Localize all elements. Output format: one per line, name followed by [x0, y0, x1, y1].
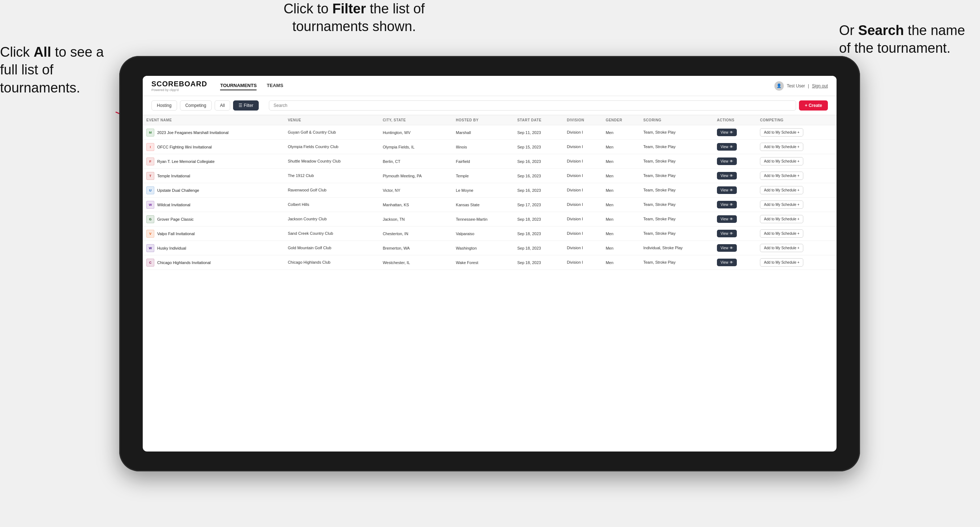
- add-schedule-button[interactable]: Add to My Schedule +: [760, 200, 803, 209]
- view-label: View: [721, 145, 729, 149]
- cell-division: Division I: [563, 241, 602, 256]
- cell-scoring: Team, Stroke Play: [640, 125, 713, 140]
- create-button[interactable]: + Create: [799, 100, 828, 111]
- cell-actions: View 👁: [713, 198, 756, 212]
- annotation-left: Click All to see a full list of tourname…: [0, 43, 123, 97]
- cell-venue: Shuttle Meadow Country Club: [284, 154, 379, 169]
- cell-city-state: Chesterton, IN: [379, 227, 452, 241]
- cell-gender: Men: [602, 256, 640, 270]
- cell-start-date: Sep 18, 2023: [514, 212, 563, 227]
- cell-actions: View 👁: [713, 140, 756, 154]
- view-button[interactable]: View 👁: [717, 201, 737, 208]
- cell-hosted-by: Marshall: [452, 125, 514, 140]
- add-schedule-label: Add to My Schedule +: [764, 217, 799, 221]
- competing-filter-btn[interactable]: Competing: [180, 100, 212, 111]
- table-row: W Husky Individual Gold Mountain Golf Cl…: [143, 241, 837, 256]
- cell-competing: Add to My Schedule +: [756, 227, 837, 241]
- add-schedule-button[interactable]: Add to My Schedule +: [760, 171, 803, 180]
- nav-tab-tournaments[interactable]: TOURNAMENTS: [220, 81, 256, 90]
- cell-event-name: V Valpo Fall Invitational: [143, 227, 284, 241]
- add-schedule-label: Add to My Schedule +: [764, 232, 799, 235]
- table-row: I OFCC Fighting Illini Invitational Olym…: [143, 140, 837, 154]
- filter-icon: ☰: [239, 103, 243, 108]
- cell-hosted-by: Washington: [452, 241, 514, 256]
- cell-venue: Colbert Hills: [284, 198, 379, 212]
- event-name-text: Chicago Highlands Invitational: [157, 260, 211, 265]
- view-label: View: [721, 217, 729, 221]
- cell-scoring: Team, Stroke Play: [640, 227, 713, 241]
- cell-division: Division I: [563, 140, 602, 154]
- col-hosted-by: HOSTED BY: [452, 115, 514, 125]
- view-button[interactable]: View 👁: [717, 186, 737, 194]
- eye-icon: 👁: [730, 145, 733, 149]
- add-schedule-button[interactable]: Add to My Schedule +: [760, 143, 803, 151]
- search-input[interactable]: [269, 100, 796, 111]
- add-schedule-label: Add to My Schedule +: [764, 188, 799, 192]
- cell-event-name: T Temple Invitational: [143, 169, 284, 183]
- cell-division: Division I: [563, 154, 602, 169]
- col-event-name: EVENT NAME: [143, 115, 284, 125]
- add-schedule-button[interactable]: Add to My Schedule +: [760, 244, 803, 252]
- view-label: View: [721, 174, 729, 178]
- sign-out-link[interactable]: Sign out: [812, 83, 828, 89]
- cell-division: Division I: [563, 212, 602, 227]
- eye-icon: 👁: [730, 130, 733, 134]
- add-schedule-button[interactable]: Add to My Schedule +: [760, 186, 803, 194]
- cell-venue: Guyan Golf & Country Club: [284, 125, 379, 140]
- cell-division: Division I: [563, 198, 602, 212]
- view-button[interactable]: View 👁: [717, 215, 737, 223]
- cell-start-date: Sep 16, 2023: [514, 183, 563, 198]
- view-button[interactable]: View 👁: [717, 157, 737, 165]
- nav-tab-teams[interactable]: TEAMS: [267, 81, 283, 90]
- view-label: View: [721, 188, 729, 192]
- view-button[interactable]: View 👁: [717, 129, 737, 136]
- cell-city-state: Olympia Fields, IL: [379, 140, 452, 154]
- cell-actions: View 👁: [713, 241, 756, 256]
- cell-competing: Add to My Schedule +: [756, 198, 837, 212]
- cell-scoring: Team, Stroke Play: [640, 212, 713, 227]
- col-city-state: CITY, STATE: [379, 115, 452, 125]
- filter-toggle-btn[interactable]: ☰ Filter: [233, 100, 259, 111]
- view-label: View: [721, 130, 729, 134]
- add-schedule-button[interactable]: Add to My Schedule +: [760, 258, 803, 267]
- table-container: EVENT NAME VENUE CITY, STATE HOSTED BY S…: [143, 115, 837, 451]
- add-schedule-button[interactable]: Add to My Schedule +: [760, 157, 803, 165]
- event-name-text: Valpo Fall Invitational: [157, 232, 195, 236]
- table-row: G Grover Page Classic Jackson Country Cl…: [143, 212, 837, 227]
- cell-division: Division I: [563, 183, 602, 198]
- cell-start-date: Sep 11, 2023: [514, 125, 563, 140]
- top-bar-right: 👤 Test User | Sign out: [775, 81, 828, 90]
- cell-hosted-by: Wake Forest: [452, 256, 514, 270]
- tablet-frame: SCOREBOARD Powered by clipp'd TOURNAMENT…: [119, 56, 860, 471]
- hosting-filter-btn[interactable]: Hosting: [151, 100, 177, 111]
- cell-event-name: F Ryan T. Lee Memorial Collegiate: [143, 154, 284, 169]
- view-button[interactable]: View 👁: [717, 244, 737, 252]
- add-schedule-button[interactable]: Add to My Schedule +: [760, 128, 803, 137]
- cell-competing: Add to My Schedule +: [756, 241, 837, 256]
- event-name-text: OFCC Fighting Illini Invitational: [157, 145, 212, 149]
- cell-start-date: Sep 16, 2023: [514, 154, 563, 169]
- cell-city-state: Berlin, CT: [379, 154, 452, 169]
- add-schedule-button[interactable]: Add to My Schedule +: [760, 215, 803, 223]
- col-venue: VENUE: [284, 115, 379, 125]
- cell-gender: Men: [602, 140, 640, 154]
- cell-division: Division I: [563, 125, 602, 140]
- add-schedule-label: Add to My Schedule +: [764, 145, 799, 149]
- view-button[interactable]: View 👁: [717, 230, 737, 237]
- cell-scoring: Team, Stroke Play: [640, 140, 713, 154]
- cell-event-name: M 2023 Joe Feaganes Marshall Invitationa…: [143, 125, 284, 140]
- view-label: View: [721, 203, 729, 206]
- view-button[interactable]: View 👁: [717, 172, 737, 179]
- add-schedule-button[interactable]: Add to My Schedule +: [760, 229, 803, 238]
- cell-scoring: Team, Stroke Play: [640, 169, 713, 183]
- all-filter-btn[interactable]: All: [215, 100, 230, 111]
- eye-icon: 👁: [730, 174, 733, 178]
- view-button[interactable]: View 👁: [717, 259, 737, 266]
- logo-powered: Powered by clipp'd: [151, 88, 207, 92]
- cell-actions: View 👁: [713, 154, 756, 169]
- cell-city-state: Victor, NY: [379, 183, 452, 198]
- cell-competing: Add to My Schedule +: [756, 212, 837, 227]
- logo-scoreboard: SCOREBOARD: [151, 80, 207, 88]
- view-button[interactable]: View 👁: [717, 143, 737, 151]
- add-schedule-label: Add to My Schedule +: [764, 174, 799, 178]
